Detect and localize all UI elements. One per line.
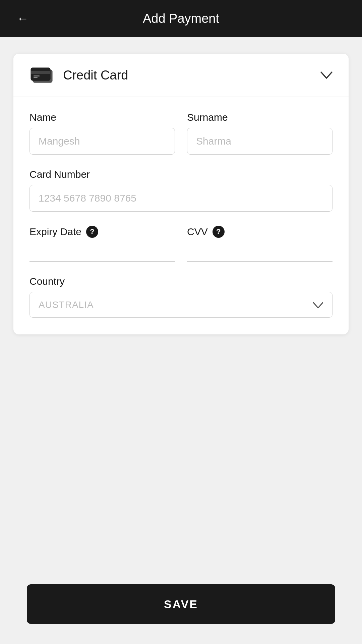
card-number-input[interactable] [29,185,333,212]
card-number-label: Card Number [29,169,333,180]
surname-input[interactable] [187,128,333,155]
form-area: Name Surname Card Number Expiry Date [13,97,349,334]
card-type-left: Credit Card [29,66,128,84]
expiry-date-input[interactable] [29,243,175,262]
country-select[interactable]: AUSTRALIA NEW ZEALAND UNITED STATES UNIT… [29,292,333,318]
svg-rect-2 [31,71,50,74]
svg-rect-4 [34,77,38,78]
expiry-date-label: Expiry Date [29,226,81,237]
cvv-input[interactable] [187,243,333,262]
card-type-header[interactable]: Credit Card [13,54,349,97]
header: ← Add Payment [0,0,362,37]
spacer [13,334,349,584]
surname-label: Surname [187,112,333,123]
name-surname-row: Name Surname [29,112,333,155]
main-content: Credit Card Name Surname [0,37,362,644]
card-type-label: Credit Card [63,68,128,83]
name-input[interactable] [29,128,175,155]
name-label: Name [29,112,175,123]
country-group: Country AUSTRALIA NEW ZEALAND UNITED STA… [29,276,333,318]
svg-rect-3 [34,75,40,76]
cvv-help-icon[interactable]: ? [213,226,225,238]
surname-field-group: Surname [187,112,333,155]
payment-card-container: Credit Card Name Surname [13,54,349,334]
page-title: Add Payment [143,11,219,26]
expiry-help-icon[interactable]: ? [86,226,98,238]
back-button[interactable]: ← [17,11,29,25]
expiry-cvv-row: Expiry Date ? CVV ? [29,226,333,262]
country-label: Country [29,276,333,287]
expiry-date-group: Expiry Date ? [29,226,175,262]
footer: SAVE [13,584,349,644]
credit-card-icon [29,66,54,84]
card-number-group: Card Number [29,169,333,212]
cvv-label: CVV [187,226,208,237]
save-button[interactable]: SAVE [27,584,335,624]
card-type-chevron-icon[interactable] [320,69,333,82]
cvv-group: CVV ? [187,226,333,262]
name-field-group: Name [29,112,175,155]
country-select-wrapper: AUSTRALIA NEW ZEALAND UNITED STATES UNIT… [29,292,333,318]
